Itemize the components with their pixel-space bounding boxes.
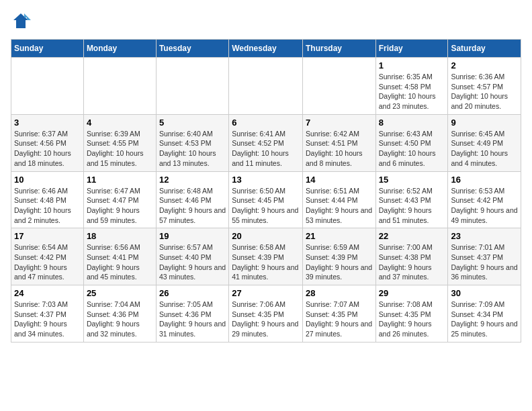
day-info: Sunrise: 6:59 AMSunset: 4:39 PMDaylight:… bbox=[306, 242, 373, 282]
day-info: Sunrise: 7:04 AMSunset: 4:36 PMDaylight:… bbox=[87, 300, 153, 339]
logo bbox=[11, 11, 34, 31]
day-info: Sunrise: 7:07 AMSunset: 4:35 PMDaylight:… bbox=[306, 300, 373, 339]
day-number: 3 bbox=[14, 118, 81, 128]
calendar-cell: 23Sunrise: 7:01 AMSunset: 4:37 PMDayligh… bbox=[448, 228, 521, 285]
calendar-cell: 28Sunrise: 7:07 AMSunset: 4:35 PMDayligh… bbox=[302, 285, 375, 342]
calendar-cell bbox=[302, 58, 375, 115]
calendar-cell: 8Sunrise: 6:43 AMSunset: 4:50 PMDaylight… bbox=[375, 114, 448, 171]
day-number: 24 bbox=[14, 288, 81, 298]
calendar-cell: 10Sunrise: 6:46 AMSunset: 4:48 PMDayligh… bbox=[11, 171, 84, 228]
day-info: Sunrise: 7:06 AMSunset: 4:35 PMDaylight:… bbox=[232, 300, 300, 339]
day-info: Sunrise: 6:39 AMSunset: 4:55 PMDaylight:… bbox=[87, 129, 153, 169]
day-info: Sunrise: 6:57 AMSunset: 4:40 PMDaylight:… bbox=[159, 242, 226, 282]
calendar-cell: 17Sunrise: 6:54 AMSunset: 4:42 PMDayligh… bbox=[11, 228, 84, 285]
calendar-cell: 16Sunrise: 6:53 AMSunset: 4:42 PMDayligh… bbox=[448, 171, 521, 228]
day-info: Sunrise: 6:54 AMSunset: 4:42 PMDaylight:… bbox=[14, 242, 81, 282]
calendar-cell: 2Sunrise: 6:36 AMSunset: 4:57 PMDaylight… bbox=[448, 58, 521, 115]
day-number: 4 bbox=[87, 118, 153, 128]
calendar-cell: 26Sunrise: 7:05 AMSunset: 4:36 PMDayligh… bbox=[156, 285, 228, 342]
day-info: Sunrise: 6:50 AMSunset: 4:45 PMDaylight:… bbox=[232, 186, 300, 226]
calendar-cell: 25Sunrise: 7:04 AMSunset: 4:36 PMDayligh… bbox=[83, 285, 156, 342]
calendar-cell: 6Sunrise: 6:41 AMSunset: 4:52 PMDaylight… bbox=[229, 114, 303, 171]
day-number: 30 bbox=[451, 288, 518, 298]
day-info: Sunrise: 6:51 AMSunset: 4:44 PMDaylight:… bbox=[306, 186, 373, 226]
calendar-cell: 22Sunrise: 7:00 AMSunset: 4:38 PMDayligh… bbox=[375, 228, 448, 285]
day-number: 27 bbox=[232, 288, 300, 298]
day-number: 12 bbox=[159, 175, 226, 185]
calendar-cell: 30Sunrise: 7:09 AMSunset: 4:34 PMDayligh… bbox=[448, 285, 521, 342]
day-number: 19 bbox=[159, 231, 226, 241]
calendar-cell bbox=[11, 58, 84, 115]
day-number: 28 bbox=[306, 288, 373, 298]
day-number: 17 bbox=[14, 231, 81, 241]
day-number: 20 bbox=[232, 231, 300, 241]
calendar-cell: 9Sunrise: 6:45 AMSunset: 4:49 PMDaylight… bbox=[448, 114, 521, 171]
calendar-cell: 12Sunrise: 6:48 AMSunset: 4:46 PMDayligh… bbox=[156, 171, 228, 228]
day-info: Sunrise: 7:09 AMSunset: 4:34 PMDaylight:… bbox=[451, 300, 518, 339]
day-number: 25 bbox=[87, 288, 153, 298]
calendar-cell bbox=[83, 58, 156, 115]
weekday-header-monday: Monday bbox=[83, 40, 156, 58]
day-info: Sunrise: 6:58 AMSunset: 4:39 PMDaylight:… bbox=[232, 242, 300, 282]
calendar-week-1: 3Sunrise: 6:37 AMSunset: 4:56 PMDaylight… bbox=[11, 114, 521, 171]
calendar-header: SundayMondayTuesdayWednesdayThursdayFrid… bbox=[11, 40, 521, 58]
day-number: 1 bbox=[379, 60, 445, 71]
calendar-cell: 21Sunrise: 6:59 AMSunset: 4:39 PMDayligh… bbox=[302, 228, 375, 285]
day-info: Sunrise: 6:36 AMSunset: 4:57 PMDaylight:… bbox=[451, 72, 518, 111]
day-number: 14 bbox=[306, 175, 373, 185]
day-info: Sunrise: 6:52 AMSunset: 4:43 PMDaylight:… bbox=[379, 186, 445, 226]
calendar-week-4: 24Sunrise: 7:03 AMSunset: 4:37 PMDayligh… bbox=[11, 285, 521, 342]
calendar-week-3: 17Sunrise: 6:54 AMSunset: 4:42 PMDayligh… bbox=[11, 228, 521, 285]
day-info: Sunrise: 7:05 AMSunset: 4:36 PMDaylight:… bbox=[159, 300, 226, 339]
calendar-cell: 24Sunrise: 7:03 AMSunset: 4:37 PMDayligh… bbox=[11, 285, 84, 342]
day-number: 11 bbox=[87, 175, 153, 185]
weekday-header-sunday: Sunday bbox=[11, 40, 84, 58]
calendar-cell: 5Sunrise: 6:40 AMSunset: 4:53 PMDaylight… bbox=[156, 114, 228, 171]
calendar-cell bbox=[156, 58, 228, 115]
day-number: 29 bbox=[379, 288, 445, 298]
day-number: 18 bbox=[87, 231, 153, 241]
day-number: 26 bbox=[159, 288, 226, 298]
day-number: 7 bbox=[306, 118, 373, 128]
day-number: 22 bbox=[379, 231, 445, 241]
calendar-cell: 27Sunrise: 7:06 AMSunset: 4:35 PMDayligh… bbox=[229, 285, 303, 342]
calendar-cell: 15Sunrise: 6:52 AMSunset: 4:43 PMDayligh… bbox=[375, 171, 448, 228]
day-info: Sunrise: 7:01 AMSunset: 4:37 PMDaylight:… bbox=[451, 242, 518, 282]
day-number: 8 bbox=[379, 118, 445, 128]
calendar-week-2: 10Sunrise: 6:46 AMSunset: 4:48 PMDayligh… bbox=[11, 171, 521, 228]
day-info: Sunrise: 6:35 AMSunset: 4:58 PMDaylight:… bbox=[379, 72, 445, 111]
day-info: Sunrise: 6:37 AMSunset: 4:56 PMDaylight:… bbox=[14, 129, 81, 169]
calendar-cell: 3Sunrise: 6:37 AMSunset: 4:56 PMDaylight… bbox=[11, 114, 84, 171]
page-header bbox=[11, 11, 521, 31]
day-number: 5 bbox=[159, 118, 226, 128]
day-info: Sunrise: 7:00 AMSunset: 4:38 PMDaylight:… bbox=[379, 242, 445, 282]
day-number: 6 bbox=[232, 118, 300, 128]
weekday-header-friday: Friday bbox=[375, 40, 448, 58]
day-number: 23 bbox=[451, 231, 518, 241]
day-number: 10 bbox=[14, 175, 81, 185]
day-number: 16 bbox=[451, 175, 518, 185]
day-info: Sunrise: 6:41 AMSunset: 4:52 PMDaylight:… bbox=[232, 129, 300, 169]
calendar-body: 1Sunrise: 6:35 AMSunset: 4:58 PMDaylight… bbox=[11, 58, 521, 342]
calendar-week-0: 1Sunrise: 6:35 AMSunset: 4:58 PMDaylight… bbox=[11, 58, 521, 115]
day-info: Sunrise: 7:03 AMSunset: 4:37 PMDaylight:… bbox=[14, 300, 81, 339]
day-info: Sunrise: 7:08 AMSunset: 4:35 PMDaylight:… bbox=[379, 300, 445, 339]
calendar-cell: 13Sunrise: 6:50 AMSunset: 4:45 PMDayligh… bbox=[229, 171, 303, 228]
calendar-cell: 4Sunrise: 6:39 AMSunset: 4:55 PMDaylight… bbox=[83, 114, 156, 171]
logo-icon bbox=[11, 11, 31, 31]
day-info: Sunrise: 6:43 AMSunset: 4:50 PMDaylight:… bbox=[379, 129, 445, 169]
calendar-cell: 19Sunrise: 6:57 AMSunset: 4:40 PMDayligh… bbox=[156, 228, 228, 285]
calendar-cell: 29Sunrise: 7:08 AMSunset: 4:35 PMDayligh… bbox=[375, 285, 448, 342]
header-row: SundayMondayTuesdayWednesdayThursdayFrid… bbox=[11, 40, 521, 58]
day-info: Sunrise: 6:56 AMSunset: 4:41 PMDaylight:… bbox=[87, 242, 153, 282]
day-info: Sunrise: 6:40 AMSunset: 4:53 PMDaylight:… bbox=[159, 129, 226, 169]
calendar-cell: 1Sunrise: 6:35 AMSunset: 4:58 PMDaylight… bbox=[375, 58, 448, 115]
day-number: 15 bbox=[379, 175, 445, 185]
day-number: 2 bbox=[451, 60, 518, 71]
calendar-cell: 7Sunrise: 6:42 AMSunset: 4:51 PMDaylight… bbox=[302, 114, 375, 171]
calendar-cell bbox=[229, 58, 303, 115]
weekday-header-tuesday: Tuesday bbox=[156, 40, 228, 58]
weekday-header-wednesday: Wednesday bbox=[229, 40, 303, 58]
calendar-cell: 11Sunrise: 6:47 AMSunset: 4:47 PMDayligh… bbox=[83, 171, 156, 228]
day-info: Sunrise: 6:48 AMSunset: 4:46 PMDaylight:… bbox=[159, 186, 226, 226]
